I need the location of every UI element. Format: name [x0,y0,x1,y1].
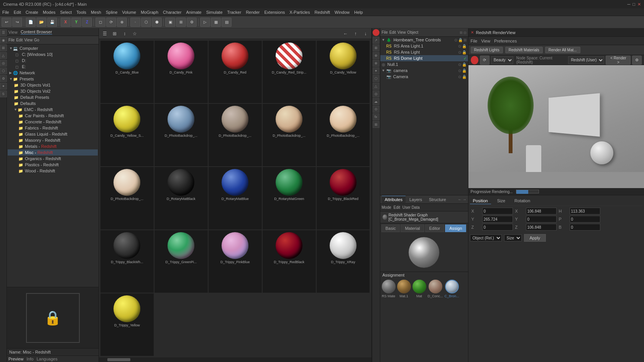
rs-tab-prefs[interactable]: Preferences [494,39,517,43]
swatch-rs-mate[interactable]: RS Mate [382,280,396,298]
render-active-btn[interactable]: ▷ [200,18,210,27]
tree-d[interactable]: ◻ D: [8,57,98,64]
rs-materials-btn[interactable]: Redshift Materials [505,47,543,53]
tree-wood[interactable]: 📁 Wood - Redshift [8,168,98,174]
material-rotary-green[interactable]: D_RotaryMatGreen [263,167,316,229]
tab-structure[interactable]: Structure [426,196,449,203]
rs-lights-btn[interactable]: Redshift Lights [471,47,503,53]
menu-render[interactable]: Render [246,10,260,15]
rs-tab-view[interactable]: View [481,39,490,43]
menu-edit[interactable]: Edit [14,10,21,15]
select-btn[interactable]: ◻ [95,18,105,27]
obj-rs-area-light1[interactable]: RS RS Area Light.1 ⊙🔒 [380,43,468,49]
cb-edit[interactable]: Edit [16,38,23,42]
psr-tab-rotation[interactable]: Rotation [511,198,533,204]
tree-3d-vol1[interactable]: 📁 3D Objects Vol1 [8,82,98,88]
rotate-btn[interactable]: Y [71,18,81,27]
input-pos-x[interactable] [482,208,513,215]
tree-windows[interactable]: ◻ C: [Windows 10] [8,51,98,57]
input-rot-p[interactable] [570,216,600,223]
material-photo-backdrop-4[interactable]: D_PhotoBackdrop_... [317,104,370,166]
obj-rs-area-light[interactable]: RS RS Area Light ⊙🔒 [380,49,468,55]
snap-btn[interactable]: ⊕ [117,18,127,27]
material-photo-backdrop-3[interactable]: D_PhotoBackdrop_... [263,104,316,166]
menu-mesh[interactable]: Mesh [91,10,101,15]
tree-misc[interactable]: 📁 Misc - Redshift [8,149,98,156]
texture-btn[interactable]: ⊞ [176,18,186,27]
menu-window[interactable]: Window [335,10,350,15]
input-rot-h[interactable] [570,208,600,215]
save-btn[interactable]: 💾 [47,18,57,27]
tab-languages[interactable]: Languages [36,357,57,361]
material-candy-yellow[interactable]: D_Candy_Yellow [317,41,370,103]
render-btn[interactable]: < Render > [606,56,631,65]
filter-btn[interactable]: ☆ [130,29,139,38]
obj-camera-sub[interactable]: 📷 Camera ⊙🔒 [380,74,468,80]
attr-back-btn[interactable]: ← [458,197,462,201]
tool-6[interactable]: ⬡ [0,67,7,74]
nav-up[interactable]: ↑ [352,29,360,38]
menu-extensions[interactable]: Extensions [264,10,285,15]
rs-close-icon[interactable]: ✕ [471,30,474,34]
input-size-y[interactable] [526,216,557,223]
swatch-d-conc[interactable]: D_Conc... [428,280,443,298]
material-candy-red-stripe[interactable]: D_Candy_Red_Strip... [263,41,316,103]
material-trippy-yellow[interactable]: D_Trippy_Yellow [100,293,154,356]
input-size-z[interactable] [526,224,557,231]
menu-spline[interactable]: Spline [106,10,118,15]
loop-btn[interactable]: ⟳ [106,18,116,27]
tree-presets[interactable]: ▼ 📁 Presets [8,76,98,82]
tree-fabrics[interactable]: 📁 Fabrics - Redshift [8,125,98,131]
view-grid-btn[interactable]: ⊞ [110,29,119,38]
view-list-btn[interactable]: ☰ [100,29,109,38]
rs-tool-9[interactable]: ◎ [373,90,380,97]
rs-tool-1[interactable] [373,29,380,36]
material-trippy-greenpi[interactable]: D_Trippy_GreenPi... [154,230,208,293]
tree-organics[interactable]: 📁 Organics - Redshift [8,156,98,162]
rs-tool-8[interactable]: △ [373,83,380,90]
material-candy-yellow-s[interactable]: D_Candy_Yellow_S... [100,104,154,166]
input-pos-y[interactable] [482,216,513,223]
menu-volume[interactable]: Volume [122,10,136,15]
scale-btn[interactable]: Z [82,18,92,27]
tab-editor[interactable]: Editor [425,224,445,232]
tree-default-presets[interactable]: 📁 Default Presets [8,94,98,100]
obj-null1[interactable]: ◎ Null.1 ⊙🔒 [380,61,468,67]
tree-computer[interactable]: ▼ 💻 Computer [8,45,98,51]
nav-back[interactable]: ← [342,29,350,38]
obj-object[interactable]: Object [407,30,418,34]
tree-defaults[interactable]: 📁 Defaults [8,100,98,106]
menu-select[interactable]: Select [60,10,72,15]
material-rotary-black[interactable]: D_RotaryMatBlack [154,167,208,229]
tab-view[interactable]: View [8,30,18,34]
rs-tool-2[interactable]: ↗ [373,37,380,44]
render-all-btn[interactable]: ▤ [222,18,232,27]
cb-go[interactable]: Go [34,38,39,42]
psr-tab-size[interactable]: Size [494,198,508,204]
tree-glass[interactable]: 📁 Glass Liquid - Redshift [8,131,98,137]
menu-animate[interactable]: Animate [186,10,201,15]
material-trippy-xray[interactable]: D_Trippy_XRay [317,230,370,293]
minimize-btn[interactable]: ─ [628,2,631,7]
redo-btn[interactable]: ↪ [12,18,22,27]
psr-coord-select[interactable]: Object (Rel.) [470,234,502,241]
rs-tab-file[interactable]: File [471,39,478,43]
rs-tool-3[interactable]: ⊞ [373,44,380,51]
tree-plastics[interactable]: 📁 Plastics - Redshift [8,162,98,168]
obj-camera[interactable]: ▼ 📷 camera ⊙🔒 [380,67,468,74]
rs-tool-7[interactable]: ⬡ [373,75,380,82]
sort-btn[interactable]: ↕ [120,29,129,38]
rigging-btn[interactable]: ⚙ [187,18,197,27]
tree-concrete[interactable]: 📁 Concrete - Redshift [8,119,98,125]
tool-4[interactable]: △ [0,52,7,59]
tab-info[interactable]: Info [26,357,33,361]
refresh-btn[interactable]: ⟳ [480,56,490,65]
rs-settings-btn[interactable]: ⚙ [632,56,642,65]
tree-network[interactable]: ▶ 🌐 Network [8,70,98,76]
material-candy-pink[interactable]: D_Candy_Pink [154,41,208,103]
rs-tool-10[interactable]: ☁ [373,98,380,105]
tool-3[interactable]: ⊞ [0,44,7,51]
tool-2[interactable]: ◉ [0,37,7,44]
tree-e[interactable]: ◻ E: [8,64,98,70]
tab-attributes[interactable]: Attributes [382,196,406,203]
